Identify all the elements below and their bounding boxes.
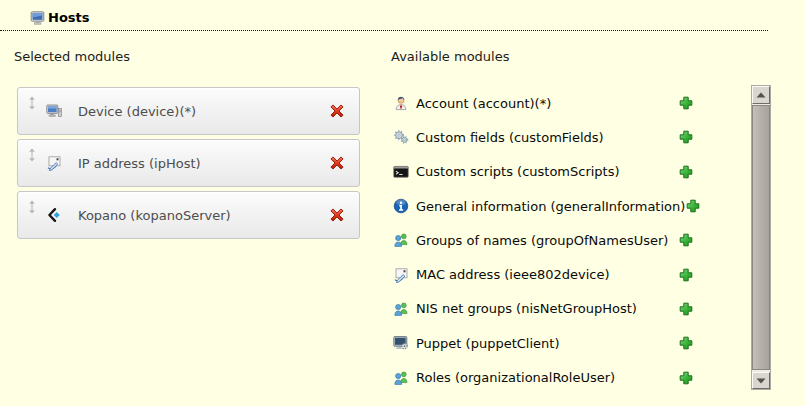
kopano-icon [46,207,62,223]
plus-icon [678,164,694,180]
selected-module-row[interactable]: Kopano (kopanoServer) [17,191,360,239]
nis-net-groups-icon [393,301,409,317]
available-module-row: Account (account)(*) [393,86,694,120]
delete-icon [328,206,346,224]
selected-module-row[interactable]: IP address (ipHost) [17,139,360,187]
selected-module-label: Device (device)(*) [78,104,196,119]
scrollbar-down-button[interactable] [752,372,770,389]
available-module-row: General information (generalInformation) [393,189,694,223]
add-module-button[interactable] [678,232,694,248]
remove-module-button[interactable] [328,102,346,120]
available-module-row: NIS net groups (nisNetGroupHost) [393,292,694,326]
add-module-button[interactable] [685,198,701,214]
account-icon [393,95,409,111]
drag-handle-icon[interactable] [28,96,36,110]
available-module-label: NIS net groups (nisNetGroupHost) [416,301,637,316]
available-module-label: Custom scripts (customScripts) [416,164,620,179]
general-information-icon [393,198,409,214]
plus-icon [678,129,694,145]
plus-icon [678,335,694,351]
delete-icon [328,102,346,120]
remove-module-button[interactable] [328,206,346,224]
remove-module-button[interactable] [328,154,346,172]
available-module-row: MAC address (ieee802device) [393,257,694,291]
plus-icon [678,267,694,283]
selected-module-label: IP address (ipHost) [78,156,201,171]
available-modules-list: Account (account)(*) Custom fields (cust… [393,86,694,395]
add-module-button[interactable] [678,335,694,351]
host-icon [30,10,46,26]
scroll-up-icon [756,92,766,98]
add-module-button[interactable] [678,95,694,111]
available-module-row: Custom scripts (customScripts) [393,155,694,189]
roles-icon [393,370,409,386]
hosts-module-panel: Hosts Selected modules Available modules… [0,0,805,406]
available-module-row: Groups of names (groupOfNamesUser) [393,223,694,257]
plus-icon [678,301,694,317]
available-module-label: Account (account)(*) [416,96,551,111]
available-module-label: MAC address (ieee802device) [416,267,610,282]
add-module-button[interactable] [678,267,694,283]
available-modules-heading: Available modules [391,49,509,64]
available-module-label: General information (generalInformation) [416,199,685,214]
section-header: Hosts [0,0,768,31]
available-module-row: Puppet (puppetClient) [393,326,694,360]
add-module-button[interactable] [678,370,694,386]
add-module-button[interactable] [678,129,694,145]
delete-icon [328,154,346,172]
mac-address-icon [393,267,409,283]
plus-icon [678,370,694,386]
scroll-down-icon [756,378,766,384]
plus-icon [678,232,694,248]
selected-modules-heading: Selected modules [14,49,130,64]
available-modules-scrollbar[interactable] [751,85,771,390]
selected-module-label: Kopano (kopanoServer) [78,208,231,223]
plus-icon [678,95,694,111]
scrollbar-thumb[interactable] [752,105,770,370]
selected-modules-list: Device (device)(*) IP address (ipHost) K… [17,87,360,243]
custom-fields-icon [393,129,409,145]
plus-icon [685,198,701,214]
add-module-button[interactable] [678,301,694,317]
custom-scripts-icon [393,164,409,180]
ip-address-icon [46,155,62,171]
available-module-label: Groups of names (groupOfNamesUser) [416,233,668,248]
available-module-row: Custom fields (customFields) [393,120,694,154]
drag-handle-icon[interactable] [28,148,36,162]
add-module-button[interactable] [678,164,694,180]
groups-icon [393,232,409,248]
device-icon [46,103,62,119]
available-module-row: Roles (organizationalRoleUser) [393,360,694,394]
scrollbar-up-button[interactable] [752,86,770,104]
drag-handle-icon[interactable] [28,200,36,214]
available-module-label: Puppet (puppetClient) [416,336,559,351]
section-title: Hosts [48,10,90,25]
available-module-label: Custom fields (customFields) [416,130,604,145]
selected-module-row[interactable]: Device (device)(*) [17,87,360,135]
available-module-label: Roles (organizationalRoleUser) [416,370,615,385]
puppet-icon [393,335,409,351]
